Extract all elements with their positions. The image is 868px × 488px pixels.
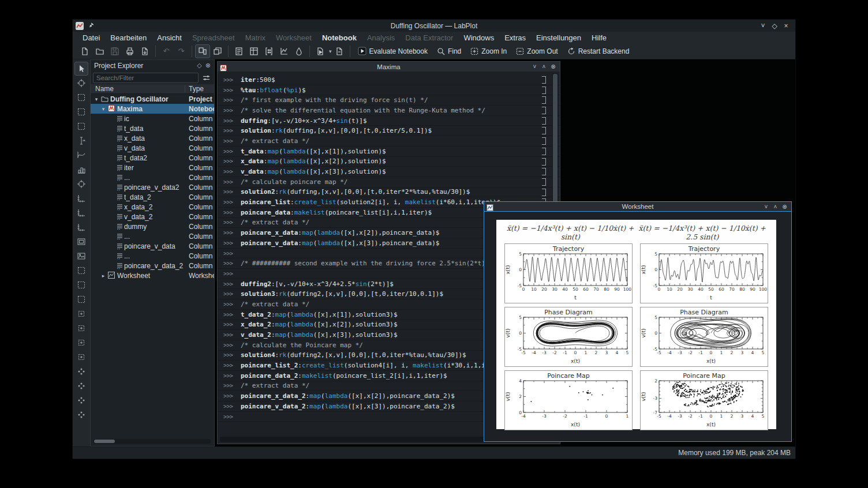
- menu-extras[interactable]: Extras: [499, 33, 531, 42]
- tree-row-t_data2[interactable]: t_data2Column: [91, 153, 214, 163]
- zoom-fit-icon[interactable]: [74, 408, 88, 422]
- tree-row-t_data[interactable]: t_dataColumn: [91, 123, 214, 133]
- close-button[interactable]: ×: [781, 22, 791, 30]
- undo-icon[interactable]: ↶: [159, 44, 174, 58]
- menu-bearbeiten[interactable]: Bearbeiten: [105, 33, 152, 42]
- dropdown-arrow-icon[interactable]: ▾: [329, 48, 332, 54]
- plot-poincare-map-right[interactable]: Poincare Map-5-4-3-2-10123452-3-7x(t)v(t…: [640, 370, 768, 430]
- tree-row-v_data[interactable]: v_dataColumn: [91, 143, 214, 153]
- plot-phase-diagram-left[interactable]: Phase Diagram-5-4-3-2-1012345-505x(t)v(t…: [504, 307, 633, 367]
- restart-backend-button[interactable]: Restart Backend: [563, 44, 634, 58]
- notebook-cell[interactable]: >>>duffing:[v,-v/10+x-x^3/4+sin(t)]$: [218, 116, 560, 126]
- box-zoom-x-icon[interactable]: [74, 278, 88, 292]
- box-zoom-y-icon[interactable]: [74, 292, 88, 306]
- print-preview-icon[interactable]: [137, 44, 152, 58]
- tree-row-[interactable]: ...Column: [91, 172, 214, 182]
- notebook-cell[interactable]: >>>v_data:map(lambda([x],x[3]),solution)…: [218, 167, 560, 177]
- cursor-tool-icon[interactable]: [74, 134, 88, 148]
- notebook-shade-icon[interactable]: ˅: [531, 63, 538, 70]
- float-panel-icon[interactable]: ◇: [197, 62, 201, 69]
- tile-windows-icon[interactable]: [195, 44, 210, 58]
- image-icon[interactable]: [74, 249, 88, 263]
- plot-poincare-map-left[interactable]: Poincare Map-4-3-2-101024x(t)v(t): [504, 370, 633, 430]
- notebook-cell[interactable]: >>>solution2:rk(duffing,[x,v],[0,0],[t,0…: [218, 187, 560, 198]
- shift-right-icon[interactable]: [74, 307, 88, 321]
- new-spreadsheet-icon[interactable]: [246, 44, 261, 58]
- tree-expander-icon[interactable]: ▾: [93, 96, 100, 102]
- tree-row-iter[interactable]: iterColumn: [91, 163, 214, 172]
- cascade-windows-icon[interactable]: [210, 44, 225, 58]
- maximize-button[interactable]: ◇: [770, 22, 779, 30]
- histogram-icon[interactable]: [74, 163, 88, 177]
- notebook-cell[interactable]: >>>iter:500$: [218, 75, 560, 85]
- notebook-cell[interactable]: >>>/* solve the differential equation wi…: [218, 106, 560, 116]
- data-picker-icon[interactable]: [74, 177, 88, 191]
- tree-row-x_data_2[interactable]: x_data_2Column: [91, 202, 214, 212]
- tree-row-poincare_v_data_2[interactable]: poincare_v_data_2Column: [91, 261, 214, 271]
- evaluate-notebook-button[interactable]: Evaluate Notebook: [353, 44, 432, 58]
- worksheet-restore-icon[interactable]: ˄: [772, 204, 779, 210]
- notebook-close-icon[interactable]: ⊗: [549, 63, 557, 70]
- notebook-cell[interactable]: >>>solution:rk(duffing,[x,v],[0,0],[t,0,…: [218, 126, 560, 136]
- axis-icon[interactable]: [74, 192, 88, 205]
- zoom-y-select-tool-icon[interactable]: [74, 119, 88, 133]
- zoom-out-button[interactable]: Zoom Out: [511, 44, 562, 58]
- box-zoom-icon[interactable]: [74, 264, 88, 277]
- notebook-cell[interactable]: >>>%tau:bfloat(%pi)$: [218, 85, 560, 96]
- find-button[interactable]: Find: [432, 44, 466, 58]
- menu-hilfe[interactable]: Hilfe: [586, 33, 612, 42]
- xy-curve-icon[interactable]: [74, 148, 88, 162]
- tree-row-[interactable]: ...Column: [91, 251, 214, 261]
- zoom-select-tool-icon[interactable]: [74, 91, 88, 104]
- shift-down-icon[interactable]: [74, 350, 88, 364]
- open-project-icon[interactable]: [92, 44, 107, 58]
- notebook-cell[interactable]: >>>t_data:map(lambda([x],x[1]),solution)…: [218, 147, 560, 157]
- notebook-restore-icon[interactable]: ˄: [540, 63, 548, 70]
- plot-area-icon[interactable]: [74, 235, 88, 249]
- axis-y-icon[interactable]: [74, 220, 88, 234]
- notebook-cell[interactable]: >>>/* calculate poincare map */: [218, 177, 560, 187]
- color-theme-icon[interactable]: [291, 44, 306, 58]
- plot-trajectory-left[interactable]: Trajectory0102030405060708090100-505tx(t…: [504, 243, 633, 303]
- new-project-icon[interactable]: [77, 44, 92, 58]
- print-icon[interactable]: [122, 44, 137, 58]
- tree-row-ic[interactable]: icColumn: [91, 114, 214, 123]
- menu-einstellungen[interactable]: Einstellungen: [531, 33, 586, 42]
- tree-expander-icon[interactable]: ▾: [100, 106, 107, 112]
- notebook-cell[interactable]: >>>/* extract data */: [218, 136, 560, 147]
- menu-datei[interactable]: Datei: [77, 33, 105, 42]
- plot-phase-diagram-right[interactable]: Phase Diagram-5-4-3-2-1012345-505x(t)v(t…: [640, 307, 768, 367]
- notebook-cell[interactable]: >>>x_data:map(lambda([x],x[2]),solution)…: [218, 157, 560, 167]
- tree-row-duffingoscillator[interactable]: ▾Duffing OscillatorProject: [91, 94, 214, 104]
- navigate-tool-icon[interactable]: [74, 76, 88, 90]
- worksheet-close-icon[interactable]: ⊗: [781, 204, 788, 210]
- menu-windows[interactable]: Windows: [458, 33, 499, 42]
- redo-icon[interactable]: ↷: [174, 44, 189, 58]
- tree-row-worksheet[interactable]: ▸WorksheetWorksheet: [91, 271, 214, 280]
- menu-ansicht[interactable]: Ansicht: [152, 33, 187, 42]
- new-cas-worksheet-icon[interactable]: [313, 44, 328, 58]
- tree-row-[interactable]: ...Column: [91, 231, 214, 241]
- tree-header[interactable]: Name Type: [91, 84, 214, 94]
- worksheet-titlebar[interactable]: Worksheet ˅ ˄ ⊗: [484, 202, 791, 212]
- search-input[interactable]: [93, 73, 199, 83]
- auto-scale-icon[interactable]: [74, 365, 88, 378]
- tree-expander-icon[interactable]: ▸: [100, 273, 107, 279]
- tree-row-t_data_2[interactable]: t_data_2Column: [91, 192, 214, 202]
- notebook-cell[interactable]: >>>/* first example with the driving for…: [218, 95, 560, 106]
- tree-row-dummy[interactable]: dummyColumn: [91, 222, 214, 231]
- close-panel-icon[interactable]: ⊗: [205, 62, 211, 69]
- filter-options-icon[interactable]: [200, 73, 212, 83]
- select-tool-icon[interactable]: [74, 62, 88, 76]
- zoom-in-button[interactable]: Zoom In: [466, 44, 511, 58]
- tree-row-poincare_v_data[interactable]: poincare_v_dataColumn: [91, 241, 214, 251]
- new-matrix-icon[interactable]: [261, 44, 276, 58]
- new-worksheet-icon[interactable]: [276, 44, 291, 58]
- auto-scale-y-icon[interactable]: [74, 393, 88, 407]
- worksheet-view[interactable]: ẍ(t) = −1/4x³(t) + x(t) − 1/10ẋ(t) + sin…: [484, 212, 791, 441]
- tree-row-v_data_2[interactable]: v_data_2Column: [91, 212, 214, 222]
- tree-row-x_data[interactable]: x_dataColumn: [91, 133, 214, 143]
- save-project-icon[interactable]: [107, 44, 122, 58]
- tree-row-maxima[interactable]: ▾MaximaNotebook: [91, 104, 214, 114]
- new-notebook-icon[interactable]: [231, 44, 246, 58]
